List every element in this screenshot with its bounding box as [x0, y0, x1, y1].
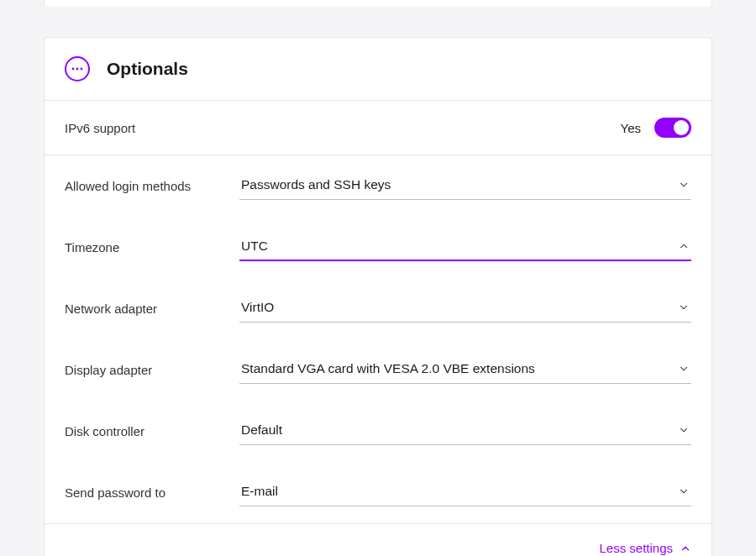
login_methods-row: Allowed login methodsPasswords and SSH k… [45, 155, 711, 217]
ipv6-label: IPv6 support [65, 121, 239, 135]
disk_controller-value: Default [241, 422, 282, 438]
timezone-value: UTC [241, 239, 268, 254]
card-footer: Less settings [45, 524, 711, 556]
svg-point-0 [72, 68, 75, 71]
timezone-row: TimezoneUTC [45, 217, 711, 278]
display_adapter-value: Standard VGA card with VESA 2.0 VBE exte… [241, 361, 535, 376]
chevron-down-icon [678, 485, 690, 497]
ipv6-state-text: Yes [621, 121, 641, 135]
less-settings-label: Less settings [599, 541, 673, 555]
section-title: Optionals [107, 59, 188, 79]
chevron-down-icon [678, 363, 690, 375]
chevron-down-icon [678, 302, 690, 313]
network_adapter-value: VirtIO [241, 300, 274, 315]
timezone-label: Timezone [65, 240, 239, 254]
more-horizontal-icon [65, 56, 90, 81]
login_methods-value: Passwords and SSH keys [241, 177, 391, 192]
disk_controller-row: Disk controllerDefault [45, 401, 711, 462]
login_methods-label: Allowed login methods [65, 179, 239, 193]
toggle-knob [674, 120, 689, 135]
network_adapter-row: Network adapterVirtIO [45, 278, 711, 339]
disk_controller-select[interactable]: Default [239, 417, 691, 445]
section-header: Optionals [45, 38, 711, 100]
display_adapter-row: Display adapterStandard VGA card with VE… [45, 339, 711, 401]
network_adapter-select[interactable]: VirtIO [239, 295, 691, 323]
less-settings-button[interactable]: Less settings [599, 541, 691, 555]
chevron-down-icon [678, 179, 690, 191]
login_methods-select[interactable]: Passwords and SSH keys [239, 172, 691, 200]
ipv6-row: IPv6 support Yes [45, 101, 711, 155]
send_password-label: Send password to [65, 485, 239, 500]
disk_controller-label: Disk controller [65, 424, 239, 438]
send_password-value: E-mail [241, 484, 278, 499]
send_password-row: Send password toE-mail [45, 462, 711, 523]
previous-card-peek [44, 0, 712, 7]
chevron-down-icon [678, 424, 690, 436]
chevron-up-icon [678, 240, 690, 252]
display_adapter-label: Display adapter [65, 363, 239, 377]
chevron-up-icon [680, 543, 691, 554]
network_adapter-label: Network adapter [65, 302, 239, 316]
send_password-select[interactable]: E-mail [239, 479, 691, 506]
optionals-card: Optionals IPv6 support Yes Allowed login… [44, 37, 712, 556]
svg-point-2 [81, 68, 83, 71]
svg-point-1 [76, 68, 79, 71]
display_adapter-select[interactable]: Standard VGA card with VESA 2.0 VBE exte… [239, 356, 691, 384]
timezone-select[interactable]: UTC [239, 233, 691, 261]
ipv6-toggle[interactable] [654, 118, 691, 138]
